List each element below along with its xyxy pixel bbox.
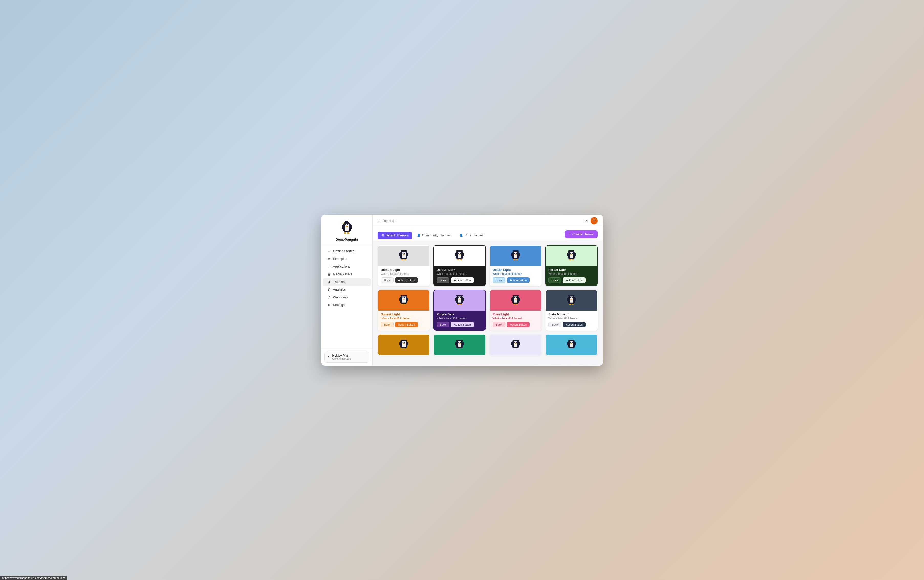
- svg-rect-58: [567, 253, 568, 256]
- theme-card-sky: [545, 334, 598, 356]
- svg-rect-125: [460, 341, 461, 343]
- svg-rect-124: [458, 341, 459, 343]
- svg-rect-18: [402, 252, 404, 254]
- svg-rect-91: [516, 297, 517, 298]
- user-avatar[interactable]: T: [591, 217, 598, 224]
- sidebar-item-settings[interactable]: ⚙ Settings: [323, 302, 371, 309]
- themes-grid-container: Default Light What a beautiful theme! Ba…: [372, 241, 603, 366]
- action-button[interactable]: Action Button: [451, 322, 474, 328]
- svg-rect-61: [572, 259, 574, 260]
- theme-card-emerald: [433, 334, 486, 356]
- svg-rect-11: [344, 232, 346, 234]
- sidebar-item-themes[interactable]: ◈ Themes: [323, 278, 371, 286]
- theme-name: Default Dark: [436, 268, 483, 272]
- back-button[interactable]: Back: [436, 277, 449, 283]
- svg-rect-25: [404, 259, 406, 260]
- tab-label: Default Themes: [385, 234, 408, 237]
- svg-rect-46: [511, 253, 512, 256]
- sidebar-item-media-assets[interactable]: ▣ Media Assets: [323, 271, 371, 278]
- svg-rect-147: [568, 339, 575, 341]
- theme-card-golden: [378, 334, 430, 356]
- back-button[interactable]: Back: [492, 322, 506, 328]
- back-button[interactable]: Back: [548, 277, 561, 283]
- svg-rect-8: [345, 221, 348, 222]
- back-button[interactable]: Back: [436, 322, 449, 328]
- svg-rect-114: [402, 341, 404, 343]
- svg-rect-54: [570, 252, 571, 254]
- theme-buttons: Back Action Button: [381, 322, 427, 328]
- svg-rect-84: [458, 304, 459, 305]
- theme-desc: What a beautiful theme!: [436, 272, 483, 275]
- theme-card-sunset-light: Sunset Light What a beautiful theme! Bac…: [378, 290, 430, 331]
- back-button[interactable]: Back: [381, 277, 394, 283]
- svg-rect-57: [568, 250, 575, 252]
- plan-info: Hobby Plan Click to upgrade: [333, 354, 351, 360]
- back-button[interactable]: Back: [548, 322, 561, 328]
- action-button[interactable]: Action Button: [507, 322, 530, 328]
- back-button[interactable]: Back: [381, 322, 394, 328]
- url-bar: https://www.demopenguin.com/themes/commu…: [0, 576, 67, 580]
- sidebar-item-webhooks[interactable]: ↺ Webhooks: [323, 294, 371, 301]
- action-button[interactable]: Action Button: [395, 277, 418, 283]
- tab-default-themes[interactable]: ⊞ Default Themes: [378, 232, 412, 239]
- svg-rect-70: [399, 298, 400, 301]
- tab-community-themes[interactable]: 👤 Community Themes: [413, 232, 455, 239]
- penguin-preview: [452, 338, 467, 352]
- sidebar-item-examples[interactable]: <> Examples: [323, 255, 371, 263]
- svg-rect-22: [399, 253, 400, 256]
- svg-rect-139: [519, 342, 520, 345]
- theme-desc: What a beautiful theme!: [492, 317, 539, 320]
- svg-rect-81: [456, 295, 463, 296]
- sidebar-nav: ✦ Getting Started <> Examples ⊡ Applicat…: [321, 245, 372, 348]
- svg-rect-144: [570, 341, 571, 343]
- svg-rect-47: [519, 253, 520, 256]
- svg-rect-9: [342, 225, 344, 229]
- theme-desc: What a beautiful theme!: [492, 272, 539, 275]
- svg-rect-109: [572, 304, 574, 305]
- svg-rect-83: [463, 298, 464, 301]
- action-button[interactable]: Action Button: [563, 277, 585, 283]
- svg-rect-19: [404, 252, 405, 254]
- action-button[interactable]: Action Button: [395, 322, 418, 328]
- svg-rect-33: [456, 250, 463, 252]
- theme-preview-golden: [378, 334, 430, 355]
- svg-rect-136: [515, 343, 516, 344]
- plan-icon: ✦: [327, 355, 330, 359]
- theme-name: Rose Light: [492, 313, 539, 316]
- action-button[interactable]: Action Button: [563, 322, 585, 328]
- theme-buttons: Back Action Button: [381, 277, 427, 283]
- theme-card-default-dark: Default Dark What a beautiful theme! Bac…: [433, 245, 486, 286]
- svg-rect-72: [402, 304, 403, 305]
- tab-your-themes[interactable]: 👤 Your Themes: [455, 232, 488, 239]
- back-button[interactable]: Back: [492, 277, 506, 283]
- app-name: DemoPenguin: [336, 238, 358, 242]
- hobby-plan-button[interactable]: ✦ Hobby Plan Click to upgrade: [324, 351, 369, 362]
- penguin-preview: [564, 293, 578, 308]
- svg-rect-104: [571, 298, 572, 300]
- theme-preview-slate-modern: [546, 290, 597, 311]
- theme-info-ocean-light: Ocean Light What a beautiful theme! Back…: [490, 266, 542, 285]
- theme-preview-midnight: [490, 334, 542, 355]
- sidebar-item-getting-started[interactable]: ✦ Getting Started: [323, 248, 371, 255]
- theme-info-default-dark: Default Dark What a beautiful theme! Bac…: [434, 266, 486, 285]
- sidebar-item-analytics[interactable]: ⟨⟩ Analytics: [323, 286, 371, 293]
- plan-name: Hobby Plan: [333, 354, 351, 358]
- action-button[interactable]: Action Button: [507, 277, 530, 283]
- sidebar-item-applications[interactable]: ⊡ Applications: [323, 263, 371, 270]
- tabs: ⊞ Default Themes 👤 Community Themes 👤 Yo…: [378, 232, 488, 239]
- community-icon: 👤: [417, 234, 421, 237]
- theme-preview-ocean-light: [490, 246, 542, 266]
- theme-info-purple-dark: Purple Dark What a beautiful theme! Back…: [434, 311, 486, 330]
- action-button[interactable]: Action Button: [451, 277, 474, 283]
- sidebar-item-label: Themes: [333, 280, 345, 284]
- svg-rect-78: [458, 297, 459, 298]
- theme-name: Default Light: [381, 268, 427, 272]
- svg-rect-94: [511, 298, 512, 301]
- svg-rect-45: [512, 250, 519, 252]
- theme-toggle-icon[interactable]: ☀: [585, 218, 588, 223]
- create-theme-button[interactable]: + Create Theme: [565, 230, 598, 238]
- svg-rect-43: [516, 252, 517, 254]
- theme-info-sunset-light: Sunset Light What a beautiful theme! Bac…: [378, 311, 430, 330]
- theme-name: Slate Modern: [548, 313, 595, 316]
- svg-rect-108: [569, 304, 571, 305]
